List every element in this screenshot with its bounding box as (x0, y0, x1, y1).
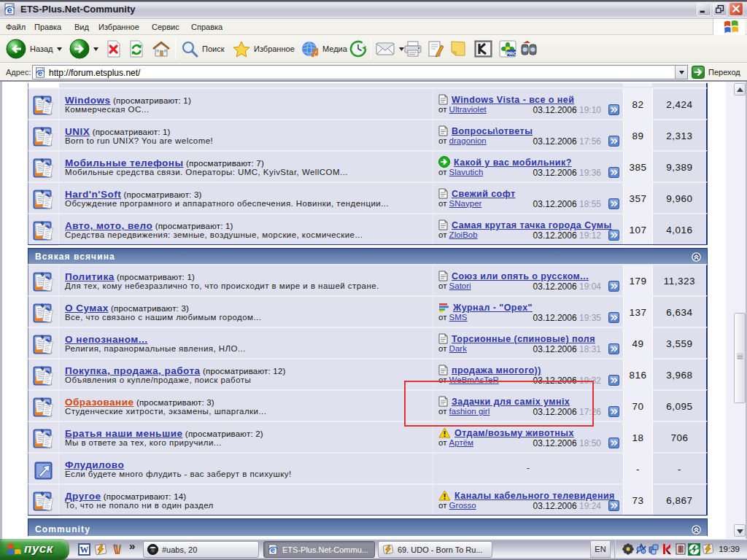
svg-text:PRO: PRO (506, 51, 516, 56)
svg-text:e: e (38, 69, 42, 77)
svg-text:e: e (7, 4, 12, 15)
svg-text:W: W (80, 545, 89, 555)
svg-text:e: e (271, 545, 275, 554)
